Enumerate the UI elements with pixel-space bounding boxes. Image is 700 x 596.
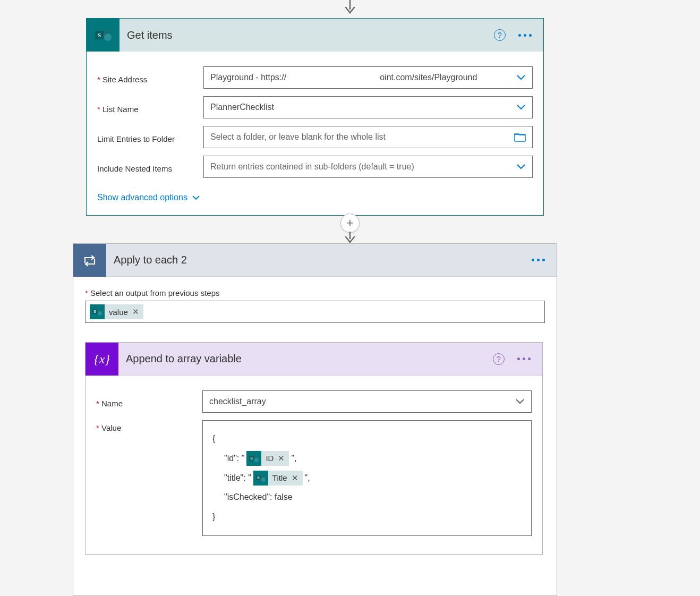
svg-text:S: S [251, 456, 253, 460]
code-text: ", [291, 449, 296, 469]
nested-items-dropdown[interactable]: Return entries contained in sub-folders … [203, 156, 533, 178]
var-name-label: * Name [96, 396, 202, 408]
help-icon[interactable]: ? [493, 353, 505, 365]
more-menu-button[interactable] [528, 256, 548, 265]
output-selector-field[interactable]: S value ✕ [85, 301, 545, 323]
site-address-label: * Site Address [97, 72, 203, 84]
card-title: Apply to each 2 [114, 254, 528, 266]
sharepoint-icon: S [87, 19, 119, 52]
list-name-label: * List Name [97, 101, 203, 114]
var-name-dropdown[interactable]: checklist_array [202, 390, 532, 413]
svg-text:{x}: {x} [94, 352, 110, 366]
code-text: ", [305, 469, 310, 488]
variable-icon: {x} [86, 343, 118, 376]
card-title: Get items [127, 29, 494, 41]
loop-icon [73, 244, 106, 277]
site-address-dropdown[interactable]: Playground - https://oint.com/sites/Play… [203, 66, 533, 89]
svg-point-2 [104, 33, 112, 41]
limit-folder-input[interactable]: Select a folder, or leave blank for the … [203, 126, 533, 148]
list-name-dropdown[interactable]: PlannerChecklist [203, 96, 533, 118]
remove-token-button[interactable]: ✕ [292, 469, 298, 488]
limit-folder-label: Limit Entries to Folder [97, 131, 203, 143]
remove-token-button[interactable]: ✕ [278, 449, 285, 468]
help-icon[interactable]: ? [494, 29, 506, 41]
apply-to-each-header[interactable]: Apply to each 2 [73, 244, 557, 277]
folder-icon [514, 132, 526, 142]
svg-text:S: S [98, 32, 101, 38]
code-text: { [212, 429, 522, 449]
chevron-down-icon [192, 195, 200, 200]
dynamic-token-id[interactable]: S ID ✕ [246, 451, 289, 466]
chevron-down-icon [516, 164, 526, 170]
dynamic-token-value[interactable]: S value ✕ [90, 304, 143, 319]
svg-point-17 [261, 478, 266, 482]
more-menu-button[interactable] [514, 354, 534, 363]
dynamic-token-title[interactable]: S Title ✕ [253, 471, 303, 486]
append-array-card: {x} Append to array variable ? * Name [85, 342, 543, 555]
chevron-down-icon [516, 74, 526, 81]
get-items-header[interactable]: S Get items ? [87, 19, 543, 52]
code-text: } [212, 507, 522, 527]
apply-to-each-card: Apply to each 2 * Select an output from … [73, 243, 557, 596]
card-title: Append to array variable [126, 353, 493, 365]
svg-rect-5 [515, 134, 525, 141]
remove-token-button[interactable]: ✕ [132, 307, 139, 317]
output-selector-label: * Select an output from previous steps [85, 288, 545, 297]
var-value-label: * Value [96, 420, 202, 432]
token-label: value [109, 308, 128, 317]
add-step-button[interactable]: + [340, 214, 360, 233]
flow-arrow-down [343, 0, 357, 16]
show-advanced-link[interactable]: Show advanced options [97, 193, 200, 202]
append-array-header[interactable]: {x} Append to array variable ? [86, 343, 542, 376]
token-label: Title [272, 469, 287, 488]
code-text: "title": " [224, 469, 251, 488]
get-items-card: S Get items ? * Site Address Playground … [86, 18, 544, 216]
svg-point-13 [254, 458, 259, 462]
token-label: ID [266, 449, 274, 468]
code-text: "isChecked": false [212, 488, 522, 507]
flow-arrow-down [343, 232, 357, 244]
svg-point-8 [98, 311, 102, 316]
code-text: "id": " [224, 449, 244, 469]
svg-text:S: S [93, 310, 96, 313]
more-menu-button[interactable] [515, 31, 535, 40]
svg-text:S: S [257, 476, 260, 480]
chevron-down-icon [516, 104, 526, 110]
var-value-input[interactable]: { "id": " S ID ✕ [202, 420, 532, 536]
nested-items-label: Include Nested Items [97, 161, 203, 173]
chevron-down-icon [515, 398, 525, 405]
